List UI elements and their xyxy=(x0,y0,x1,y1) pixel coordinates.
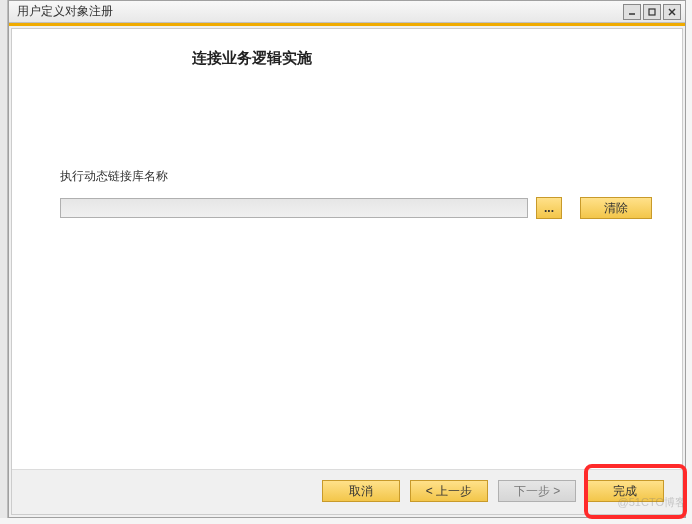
cancel-button[interactable]: 取消 xyxy=(322,480,400,502)
svg-rect-1 xyxy=(649,9,655,15)
titlebar: 用户定义对象注册 xyxy=(9,1,685,23)
dll-path-input[interactable] xyxy=(60,198,528,218)
close-button[interactable] xyxy=(663,4,681,20)
content-spacer xyxy=(12,219,682,469)
finish-button[interactable]: 完成 xyxy=(586,480,664,502)
maximize-button[interactable] xyxy=(643,4,661,20)
window-title: 用户定义对象注册 xyxy=(13,3,623,20)
window-controls xyxy=(623,4,681,20)
dll-input-row: ... 清除 xyxy=(60,197,652,219)
dialog-window: 用户定义对象注册 连接业务逻辑实施 执行动态链接库名称 ... 清除 xyxy=(8,0,686,518)
back-button[interactable]: < 上一步 xyxy=(410,480,488,502)
dll-form-row: 执行动态链接库名称 ... 清除 xyxy=(60,168,652,219)
footer-buttons: 取消 < 上一步 下一步 > 完成 xyxy=(12,469,682,514)
browse-button[interactable]: ... xyxy=(536,197,562,219)
dll-field-label: 执行动态链接库名称 xyxy=(60,168,652,185)
accent-bar xyxy=(9,23,685,26)
next-button: 下一步 > xyxy=(498,480,576,502)
minimize-button[interactable] xyxy=(623,4,641,20)
clear-button[interactable]: 清除 xyxy=(580,197,652,219)
content-area: 连接业务逻辑实施 执行动态链接库名称 ... 清除 取消 < 上一步 下一步 >… xyxy=(11,28,683,515)
close-icon xyxy=(667,7,677,17)
minimize-icon xyxy=(627,7,637,17)
maximize-icon xyxy=(647,7,657,17)
left-edge-strip xyxy=(0,0,8,518)
page-heading: 连接业务逻辑实施 xyxy=(192,49,682,68)
